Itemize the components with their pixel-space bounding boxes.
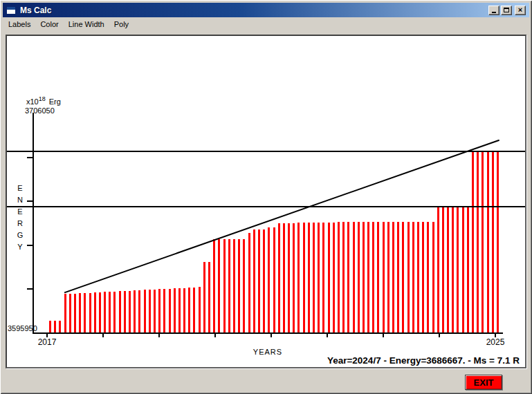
x-tick	[270, 334, 272, 337]
bar	[481, 151, 484, 332]
bar	[154, 290, 156, 332]
menu-item-color[interactable]: Color	[35, 19, 63, 30]
bar	[427, 222, 429, 332]
bar	[477, 151, 479, 332]
bar	[253, 229, 255, 332]
bar	[308, 223, 310, 332]
exit-button[interactable]: EXIT	[465, 375, 502, 390]
bar	[487, 151, 489, 332]
bar	[183, 288, 185, 332]
app-window: Ms Calc × Labels Color Line Width Poly x…	[0, 0, 532, 394]
close-button[interactable]: ×	[515, 6, 526, 15]
x-tick	[327, 334, 328, 337]
y-unit-label: x1018Erg	[26, 95, 61, 106]
bar	[342, 222, 345, 332]
bar	[218, 239, 220, 332]
bar	[124, 291, 126, 332]
bar	[377, 222, 379, 332]
bar	[69, 294, 71, 332]
bar	[74, 294, 76, 332]
bar	[233, 239, 235, 332]
bar	[492, 151, 494, 332]
bar	[472, 151, 474, 332]
high-level-line	[7, 151, 525, 152]
bar	[163, 289, 165, 332]
bar	[278, 223, 280, 332]
button-bar: Trend Line Low Level High Level Ms Calc …	[3, 368, 529, 391]
maximize-icon	[504, 8, 509, 12]
energy-chart: x1018Erg 3706050 ENERGY 3595950 2017 202…	[7, 36, 525, 367]
bar	[203, 262, 205, 332]
bar	[322, 223, 324, 332]
bar	[169, 289, 171, 332]
y-axis	[33, 113, 34, 334]
bar	[79, 293, 81, 332]
x-tick	[102, 334, 104, 337]
bar	[422, 222, 424, 332]
x-tick-label-2017: 2017	[33, 337, 61, 347]
chart-panel[interactable]: x1018Erg 3706050 ENERGY 3595950 2017 202…	[6, 35, 526, 368]
minimize-button[interactable]	[488, 6, 499, 15]
bar	[283, 223, 285, 332]
bar	[452, 207, 454, 332]
bar	[54, 321, 56, 332]
x-tick-label-2025: 2025	[481, 337, 509, 347]
maximize-button[interactable]	[501, 6, 512, 15]
menu-item-poly[interactable]: Poly	[109, 19, 134, 30]
bar	[263, 229, 265, 332]
bar	[84, 293, 86, 332]
y-tick	[27, 245, 33, 246]
low-level-line	[7, 206, 525, 207]
bar	[338, 222, 340, 332]
bar	[258, 229, 260, 332]
bar	[193, 288, 195, 332]
bar	[99, 292, 101, 332]
bar	[353, 222, 355, 332]
bar	[268, 227, 270, 332]
y-tick	[27, 200, 33, 202]
bar	[119, 291, 121, 332]
bar	[178, 288, 181, 332]
bar	[288, 223, 290, 332]
bar	[303, 223, 305, 332]
bar	[243, 239, 245, 332]
bar	[248, 233, 250, 332]
bar	[407, 222, 410, 332]
bar	[447, 207, 449, 332]
bar	[313, 223, 315, 332]
bar	[109, 292, 111, 332]
bar	[213, 239, 215, 332]
bar	[358, 222, 360, 332]
bar	[387, 222, 389, 332]
bar	[104, 292, 106, 332]
x-tick	[158, 334, 160, 337]
bar	[497, 151, 499, 332]
y-tick	[27, 157, 33, 158]
y-max-label: 3706050	[25, 106, 55, 115]
menu-item-line-width[interactable]: Line Width	[64, 19, 109, 30]
bar	[402, 222, 404, 332]
bar	[367, 222, 369, 332]
bar	[442, 207, 444, 332]
bar	[462, 207, 464, 332]
bar	[417, 222, 419, 332]
bar	[174, 288, 176, 332]
bar	[457, 207, 459, 332]
bar	[238, 239, 240, 332]
x-tick	[214, 334, 216, 337]
x-tick	[383, 334, 384, 337]
menu-item-labels[interactable]: Labels	[3, 19, 35, 30]
bar	[293, 223, 295, 332]
bar	[363, 222, 365, 332]
menu-bar: Labels Color Line Width Poly	[3, 17, 529, 31]
bar	[138, 290, 140, 332]
bar	[149, 290, 151, 332]
bar	[318, 223, 320, 332]
bar	[372, 222, 374, 332]
bar	[89, 293, 91, 332]
close-icon: ×	[518, 6, 522, 14]
bar	[432, 222, 434, 332]
bar	[392, 222, 394, 332]
bar	[333, 223, 335, 332]
status-readout: Year=2024/7 - Energy=3686667. - Ms = 7.1…	[7, 355, 520, 366]
